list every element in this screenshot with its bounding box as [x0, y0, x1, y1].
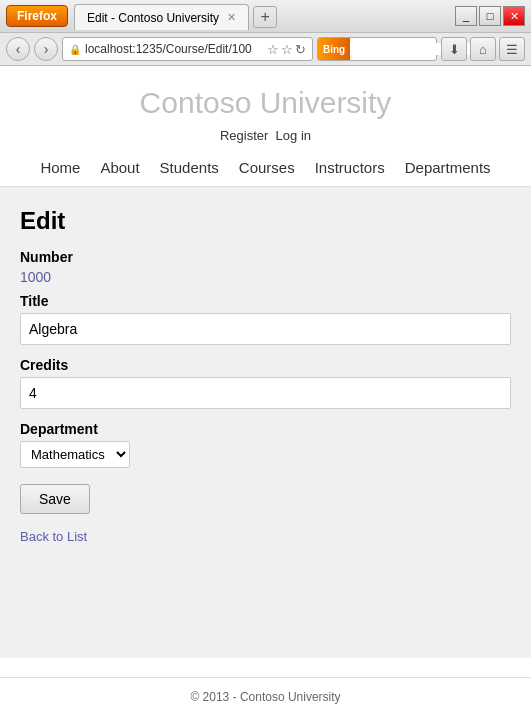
bookmark-alt-icon[interactable]: ☆ [281, 42, 293, 57]
refresh-icon[interactable]: ↻ [295, 42, 306, 57]
browser-tab[interactable]: Edit - Contoso University ✕ [74, 4, 249, 30]
address-bar[interactable]: 🔒 localhost:1235/Course/Edit/100 ☆ ☆ ↻ [62, 37, 313, 61]
bookmark-icon[interactable]: ☆ [267, 42, 279, 57]
nav-about[interactable]: About [100, 159, 139, 176]
firefox-menu-button[interactable]: Firefox [6, 5, 68, 27]
back-button[interactable]: ‹ [6, 37, 30, 61]
nav-home[interactable]: Home [40, 159, 80, 176]
menu-icon[interactable]: ☰ [499, 37, 525, 61]
tab-close-icon[interactable]: ✕ [227, 11, 236, 24]
minimize-button[interactable]: _ [455, 6, 477, 26]
department-select[interactable]: Mathematics English Economics Engineerin… [20, 441, 130, 468]
credits-label: Credits [20, 357, 511, 373]
department-label: Department [20, 421, 511, 437]
nav-courses[interactable]: Courses [239, 159, 295, 176]
new-tab-icon: + [260, 8, 269, 26]
search-engine-logo: Bing [318, 38, 350, 60]
number-label: Number [20, 249, 511, 265]
page-footer: © 2013 - Contoso University [0, 677, 531, 716]
register-link[interactable]: Register [220, 128, 268, 143]
nav-students[interactable]: Students [160, 159, 219, 176]
site-nav: Home About Students Courses Instructors … [0, 149, 531, 186]
page-title: Edit [20, 207, 511, 235]
forward-button[interactable]: › [34, 37, 58, 61]
site-auth: Register Log in [0, 128, 531, 143]
maximize-button[interactable]: □ [479, 6, 501, 26]
title-bar: Firefox Edit - Contoso University ✕ + _ … [0, 0, 531, 32]
nav-departments[interactable]: Departments [405, 159, 491, 176]
search-bar[interactable]: Bing 🔍 [317, 37, 437, 61]
window-controls: _ □ ✕ [455, 6, 525, 26]
new-tab-button[interactable]: + [253, 6, 277, 28]
save-button[interactable]: Save [20, 484, 90, 514]
navigation-bar: ‹ › 🔒 localhost:1235/Course/Edit/100 ☆ ☆… [0, 32, 531, 66]
tab-title: Edit - Contoso University [87, 11, 219, 25]
number-value: 1000 [20, 269, 511, 285]
title-label: Title [20, 293, 511, 309]
site-title: Contoso University [0, 86, 531, 120]
home-nav-icon[interactable]: ⌂ [470, 37, 496, 61]
credits-input[interactable] [20, 377, 511, 409]
address-security-icon: 🔒 [69, 44, 81, 55]
footer-copyright: © 2013 - Contoso University [190, 690, 340, 704]
content-area: Edit Number 1000 Title Credits Departmen… [0, 187, 531, 564]
page-content: Contoso University Register Log in Home … [0, 66, 531, 658]
address-text: localhost:1235/Course/Edit/100 [85, 42, 263, 56]
download-icon[interactable]: ⬇ [441, 37, 467, 61]
back-to-list-link[interactable]: Back to List [20, 529, 87, 544]
close-button[interactable]: ✕ [503, 6, 525, 26]
title-input[interactable] [20, 313, 511, 345]
login-link[interactable]: Log in [276, 128, 311, 143]
site-header: Contoso University Register Log in Home … [0, 66, 531, 187]
nav-instructors[interactable]: Instructors [315, 159, 385, 176]
